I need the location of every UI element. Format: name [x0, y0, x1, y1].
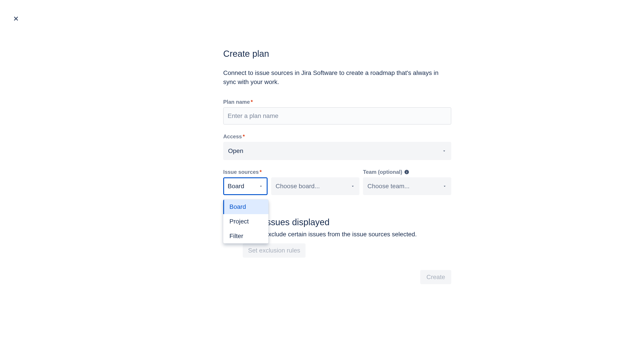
access-field-group: Access * Open	[223, 134, 451, 160]
refine-description: rules to exclude certain issues from the…	[243, 230, 451, 239]
required-mark: *	[251, 99, 253, 105]
board-placeholder: Choose board...	[275, 183, 320, 190]
info-icon[interactable]	[404, 169, 410, 175]
create-button-row: Create	[223, 270, 451, 284]
create-plan-form: Create plan Connect to issue sources in …	[223, 49, 451, 284]
access-select[interactable]: Open	[223, 142, 451, 160]
team-select[interactable]: Choose team...	[363, 177, 451, 195]
page-description: Connect to issue sources in Jira Softwar…	[223, 68, 451, 86]
plan-name-label-text: Plan name	[223, 99, 250, 105]
team-placeholder: Choose team...	[368, 183, 410, 190]
access-value: Open	[228, 148, 243, 154]
plan-name-field-group: Plan name *	[223, 99, 451, 124]
issue-sources-label-text: Issue sources	[223, 169, 259, 175]
issue-sources-label: Issue sources *	[223, 169, 360, 175]
chevron-down-icon	[351, 184, 355, 188]
plan-name-input[interactable]	[223, 107, 451, 124]
issue-source-type-select[interactable]: Board Board Project Filter	[223, 177, 267, 195]
chevron-down-icon	[442, 149, 446, 153]
dropdown-item-filter[interactable]: Filter	[223, 229, 268, 244]
create-button[interactable]: Create	[420, 270, 451, 284]
issue-source-type-dropdown: Board Project Filter	[223, 200, 268, 244]
plan-name-label: Plan name *	[223, 99, 451, 105]
page-title: Create plan	[223, 49, 451, 59]
dropdown-item-project[interactable]: Project	[223, 214, 268, 229]
set-exclusion-rules-button[interactable]: Set exclusion rules	[243, 244, 305, 258]
refine-title: efine issues displayed	[243, 217, 451, 227]
required-mark: *	[260, 169, 262, 175]
access-label: Access *	[223, 134, 451, 140]
dropdown-item-board[interactable]: Board	[223, 200, 268, 214]
close-icon	[13, 15, 20, 22]
access-label-text: Access	[223, 134, 242, 140]
team-label-text: Team (optional)	[363, 169, 402, 175]
required-mark: *	[243, 134, 245, 140]
team-label: Team (optional)	[363, 169, 451, 175]
close-button[interactable]	[11, 13, 21, 24]
chevron-down-icon	[259, 184, 263, 188]
board-select[interactable]: Choose board...	[271, 177, 360, 195]
issue-source-type-value: Board	[228, 183, 244, 190]
chevron-down-icon	[442, 184, 447, 188]
issue-sources-field-group: Issue sources * Team (optional) Board	[223, 169, 451, 195]
refine-content: efine issues displayed rules to exclude …	[243, 217, 451, 258]
